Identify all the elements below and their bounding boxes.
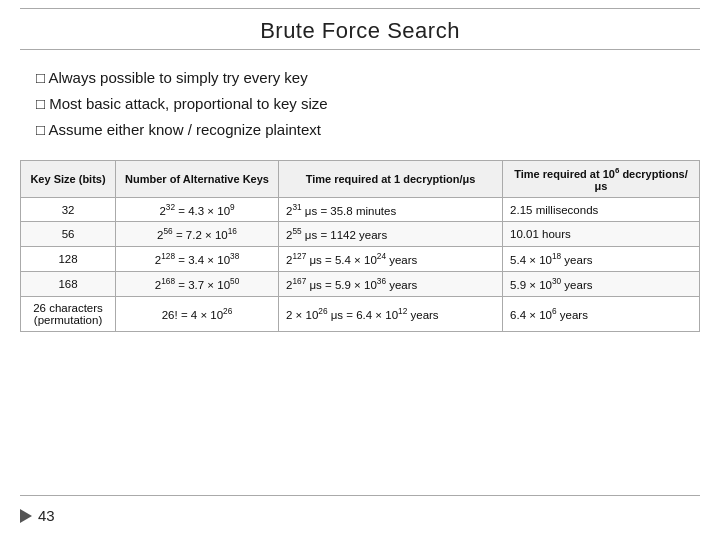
cell-key-2: 128 xyxy=(21,247,116,272)
col-header-t2: Time required at 106 decryptions/μs xyxy=(503,161,700,198)
cell-t2-2: 5.4 × 1018 years xyxy=(503,247,700,272)
footer-arrow-icon xyxy=(20,509,32,523)
footer: 43 xyxy=(20,507,55,524)
bottom-divider xyxy=(20,495,700,496)
table-row: 56 256 = 7.2 × 1016 255 μs = 1142 years … xyxy=(21,222,700,247)
data-table: Key Size (bits) Number of Alternative Ke… xyxy=(20,160,700,332)
cell-t2-4: 6.4 × 106 years xyxy=(503,296,700,331)
cell-key-4: 26 characters(permutation) xyxy=(21,296,116,331)
cell-t2-3: 5.9 × 1030 years xyxy=(503,272,700,297)
slide: Brute Force Search □ Always possible to … xyxy=(0,0,720,540)
cell-alt-4: 26! = 4 × 1026 xyxy=(116,296,279,331)
slide-body: □ Always possible to simply try every ke… xyxy=(0,50,720,142)
cell-alt-1: 256 = 7.2 × 1016 xyxy=(116,222,279,247)
data-table-wrap: Key Size (bits) Number of Alternative Ke… xyxy=(20,160,700,332)
cell-t2-0: 2.15 milliseconds xyxy=(503,197,700,222)
title-bar: Brute Force Search xyxy=(0,0,720,50)
cell-t1-0: 231 μs = 35.8 minutes xyxy=(279,197,503,222)
cell-alt-3: 2168 = 3.7 × 1050 xyxy=(116,272,279,297)
table-row: 128 2128 = 3.4 × 1038 2127 μs = 5.4 × 10… xyxy=(21,247,700,272)
cell-t2-1: 10.01 hours xyxy=(503,222,700,247)
col-header-t1: Time required at 1 decryption/μs xyxy=(279,161,503,198)
table-row: 26 characters(permutation) 26! = 4 × 102… xyxy=(21,296,700,331)
cell-alt-0: 232 = 4.3 × 109 xyxy=(116,197,279,222)
table-row: 32 232 = 4.3 × 109 231 μs = 35.8 minutes… xyxy=(21,197,700,222)
col-header-alt: Number of Alternative Keys xyxy=(116,161,279,198)
bullet-2: □ Most basic attack, proportional to key… xyxy=(36,92,684,116)
bullet-1: □ Always possible to simply try every ke… xyxy=(36,66,684,90)
cell-key-3: 168 xyxy=(21,272,116,297)
col-header-key: Key Size (bits) xyxy=(21,161,116,198)
cell-alt-2: 2128 = 3.4 × 1038 xyxy=(116,247,279,272)
cell-t1-4: 2 × 1026 μs = 6.4 × 1012 years xyxy=(279,296,503,331)
cell-t1-1: 255 μs = 1142 years xyxy=(279,222,503,247)
cell-t1-2: 2127 μs = 5.4 × 1024 years xyxy=(279,247,503,272)
bullet-3: □ Assume either know / recognize plainte… xyxy=(36,118,684,142)
cell-key-1: 56 xyxy=(21,222,116,247)
cell-key-0: 32 xyxy=(21,197,116,222)
slide-number: 43 xyxy=(38,507,55,524)
slide-title: Brute Force Search xyxy=(260,18,460,43)
table-row: 168 2168 = 3.7 × 1050 2167 μs = 5.9 × 10… xyxy=(21,272,700,297)
cell-t1-3: 2167 μs = 5.9 × 1036 years xyxy=(279,272,503,297)
